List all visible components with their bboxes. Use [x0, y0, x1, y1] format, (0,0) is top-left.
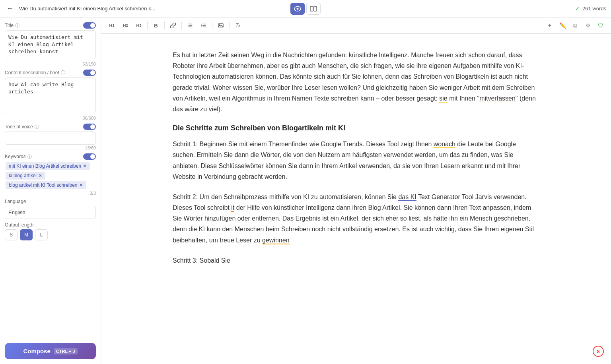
size-medium-button[interactable]: M	[20, 229, 33, 240]
size-large-button[interactable]: L	[35, 229, 48, 240]
unordered-list-button[interactable]	[198, 20, 210, 31]
toolbar-shield-icon[interactable]: 🛡	[595, 20, 606, 31]
keyword-remove-2[interactable]: ✕	[38, 173, 42, 178]
title-input[interactable]: Wie Du automatisiert mit KI einen Blog A…	[5, 30, 96, 59]
content-section: Content description / brief ⓘ how Ai can…	[5, 70, 96, 121]
compose-shortcut: CTRL + J	[54, 348, 78, 354]
svg-point-13	[201, 24, 202, 25]
keyword-remove-3[interactable]: ✕	[79, 182, 83, 188]
toolbar-sep-3	[181, 21, 182, 29]
toolbar-sep-1	[147, 21, 148, 29]
output-length-section: Output length S M L	[5, 222, 96, 240]
keyword-tag-2: ki blog artikel ✕	[6, 172, 45, 180]
title-section: Title ⓘ Wie Du automatisiert mit KI eine…	[5, 22, 96, 66]
output-length-label: Output length	[5, 222, 96, 228]
badge-number: 8	[593, 346, 604, 357]
paragraph-1: Es hat in letzter Zeit seinen Weg in die…	[173, 50, 539, 114]
heading2-button[interactable]: H2	[119, 20, 131, 31]
keyword-tag-3: blog artikel mit KI Tool schreiben ✕	[6, 181, 86, 189]
toolbar-copy-icon[interactable]: ⧉	[570, 20, 581, 31]
language-section: Language English German French	[5, 199, 96, 219]
size-small-button[interactable]: S	[5, 229, 18, 240]
tone-info-icon[interactable]: ⓘ	[35, 124, 39, 130]
word-count: 261 words	[582, 6, 606, 12]
svg-point-14	[201, 25, 202, 26]
toolbar-edit-icon[interactable]: ✏️	[557, 20, 568, 31]
back-button[interactable]: ←	[5, 3, 15, 14]
ordered-list-button[interactable]: 123	[184, 20, 196, 31]
main-layout: Title ⓘ Wie Du automatisiert mit KI eine…	[0, 17, 611, 364]
tone-char-count: 13/60	[5, 145, 96, 150]
top-bar: ← Wie Du automatisiert mit KI einen Blog…	[0, 0, 611, 17]
keyword-tag-1: mit KI einen Blog Artikel schreiben ✕	[6, 162, 90, 170]
svg-point-15	[201, 27, 202, 27]
word-count-area: ✓ 261 words	[575, 5, 606, 12]
keywords-label: Keywords ⓘ	[5, 153, 96, 160]
link-button[interactable]	[167, 20, 179, 31]
toolbar-settings-icon[interactable]: ⚙	[582, 20, 593, 31]
title-label: Title ⓘ	[5, 22, 96, 29]
preview-view-button[interactable]	[290, 3, 305, 15]
view-toggle-group	[290, 3, 321, 15]
toolbar-sep-5	[229, 21, 230, 29]
keywords-container: mit KI einen Blog Artikel schreiben ✕ ki…	[5, 161, 96, 190]
tone-input[interactable]: informational	[5, 132, 96, 145]
layout-view-button[interactable]	[306, 3, 321, 15]
content-char-count: 30/600	[5, 116, 96, 120]
title-char-count: 63/150	[5, 62, 96, 66]
toolbar-right: ✦ ✏️ ⧉ ⚙ 🛡	[544, 20, 606, 31]
heading3-button[interactable]: H3	[133, 20, 145, 31]
editor-area: H1 H2 H3 B 123 Tx ✦ ✏️	[101, 17, 611, 364]
keyword-remove-1[interactable]: ✕	[83, 163, 87, 169]
toolbar-extra-1[interactable]: ✦	[544, 20, 555, 31]
image-button[interactable]	[215, 20, 227, 31]
content-label: Content description / brief ⓘ	[5, 70, 96, 76]
title-info-icon[interactable]: ⓘ	[15, 23, 19, 29]
svg-text:3: 3	[188, 26, 189, 27]
tone-section: Tone of voice ⓘ informational 13/60	[5, 124, 96, 150]
check-icon: ✓	[575, 5, 580, 12]
svg-rect-3	[314, 6, 317, 11]
paragraph-2: Schritt 1: Beginnen Sie mit einem Themen…	[173, 139, 539, 182]
language-label: Language	[5, 199, 96, 204]
editor-toolbar: H1 H2 H3 B 123 Tx ✦ ✏️	[101, 17, 611, 34]
compose-button[interactable]: Compose CTRL + J	[5, 343, 96, 359]
content-toggle[interactable]	[83, 70, 96, 76]
language-select[interactable]: English German French	[5, 206, 96, 219]
content-input[interactable]: how Ai can write Blog articles	[5, 77, 96, 114]
output-length-buttons: S M L	[5, 229, 96, 240]
keywords-toggle[interactable]	[83, 153, 96, 160]
tone-toggle[interactable]	[83, 124, 96, 130]
toolbar-sep-2	[164, 21, 165, 29]
section-heading: Die Schritte zum Schreiben von Blogartik…	[173, 124, 539, 132]
sidebar-scroll: Title ⓘ Wie Du automatisiert mit KI eine…	[0, 17, 101, 338]
toolbar-sep-4	[212, 21, 212, 29]
content-info-icon[interactable]: ⓘ	[61, 70, 65, 76]
editor-content[interactable]: Es hat in letzter Zeit seinen Weg in die…	[101, 34, 611, 364]
keywords-info-icon[interactable]: ⓘ	[27, 154, 32, 160]
svg-point-1	[297, 8, 299, 10]
clear-format-button[interactable]: Tx	[232, 20, 244, 31]
heading1-button[interactable]: H1	[106, 20, 118, 31]
keywords-section: Keywords ⓘ mit KI einen Blog Artikel sch…	[5, 153, 96, 196]
tone-label: Tone of voice ⓘ	[5, 124, 96, 130]
title-toggle[interactable]	[83, 22, 96, 29]
document-title: Wie Du automatisiert mit KI einen Blog A…	[19, 6, 178, 12]
sidebar: Title ⓘ Wie Du automatisiert mit KI eine…	[0, 17, 101, 364]
svg-rect-2	[310, 6, 313, 11]
paragraph-4: Schritt 3: Sobald Sie	[173, 255, 539, 266]
paragraph-3: Schritt 2: Um den Schreibprozess mithilf…	[173, 192, 539, 246]
keywords-char-count: 3/3	[5, 191, 96, 196]
bold-button[interactable]: B	[150, 20, 162, 31]
compose-label: Compose	[23, 348, 50, 354]
